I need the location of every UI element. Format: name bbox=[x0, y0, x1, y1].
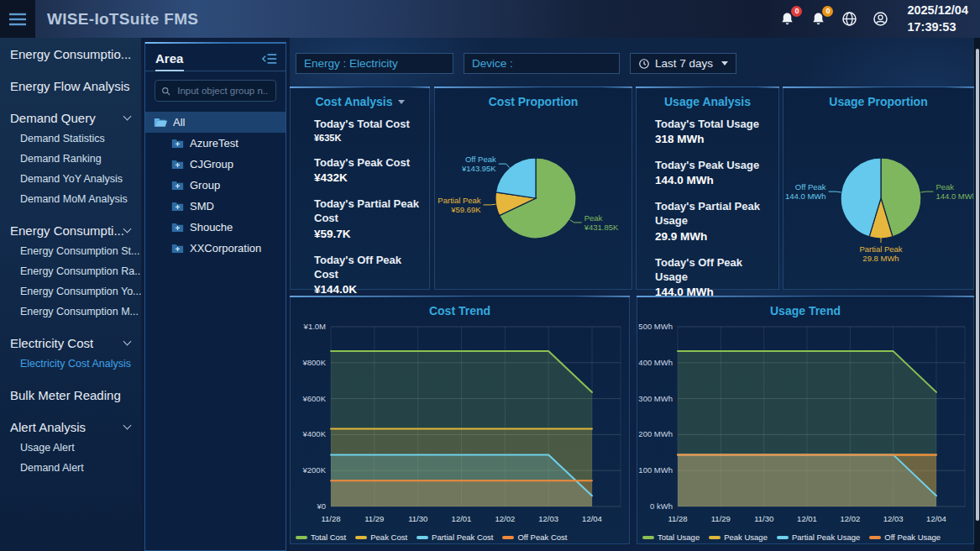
cost-trend-card: Cost Trend ¥0¥200K¥400K¥600K¥800K¥1.0M11… bbox=[290, 296, 630, 544]
tree-item-cjgroup[interactable]: CJGroup bbox=[145, 154, 286, 175]
metric-value: 318 MWh bbox=[655, 133, 768, 145]
cost-analysis-dropdown[interactable]: Cost Analysis bbox=[291, 87, 429, 108]
metric-label: Today's Off Peak Cost bbox=[314, 253, 419, 281]
sidebar-item-energy-consumption-st[interactable]: Energy Consumption St... bbox=[0, 241, 141, 261]
tree-item-group[interactable]: Group bbox=[145, 175, 286, 196]
metric-today-s-partial-peak-usage: Today's Partial Peak Usage29.9 MWh bbox=[655, 199, 768, 242]
y-axis-tick: 400 MWh bbox=[638, 358, 673, 367]
tree-item-smd[interactable]: SMD bbox=[145, 196, 286, 217]
language-button[interactable] bbox=[840, 10, 858, 29]
cost-proportion-title: Cost Proportion bbox=[489, 95, 579, 108]
metric-label: Today's Peak Cost bbox=[314, 155, 419, 170]
legend-marker bbox=[502, 536, 514, 539]
sidebar-item-bulk-meter-reading[interactable]: Bulk Meter Reading bbox=[0, 384, 141, 406]
folder-plus-icon bbox=[171, 223, 184, 233]
vertical-scrollbar bbox=[974, 38, 980, 551]
sidebar-item-energy-flow-analysis[interactable]: Energy Flow Analysis bbox=[0, 75, 141, 97]
legend-item-off-peak-usage[interactable]: Off Peak Usage bbox=[869, 533, 941, 542]
sidebar-item-electricity-cost-analysis[interactable]: Electricity Cost Analysis bbox=[0, 354, 141, 374]
x-axis-tick: 12/04 bbox=[926, 514, 946, 523]
y-axis-tick: 500 MWh bbox=[638, 322, 673, 331]
legend-item-partial-peak-cost[interactable]: Partial Peak Cost bbox=[417, 533, 493, 542]
x-axis-tick: 12/04 bbox=[582, 514, 602, 523]
y-axis-tick: 100 MWh bbox=[638, 465, 673, 475]
tree-item-all[interactable]: All bbox=[145, 112, 286, 133]
pie-label-peak: Peak¥431.85K bbox=[584, 213, 619, 232]
usage-trend-legend: Total UsagePeak UsagePartial Peak UsageO… bbox=[642, 533, 941, 542]
legend-item-peak-cost[interactable]: Peak Cost bbox=[355, 533, 407, 542]
usage-trend-card: Usage Trend 0 kWh100 MWh200 MWh300 MWh40… bbox=[637, 296, 974, 544]
metric-value: 144.0 MWh bbox=[655, 174, 768, 186]
tree-item-xxcorporation[interactable]: XXCorporation bbox=[145, 238, 286, 259]
alert-count-badge: 0 bbox=[791, 6, 802, 17]
sidebar-item-demand-alert[interactable]: Demand Alert bbox=[0, 458, 141, 478]
legend-item-off-peak-cost[interactable]: Off Peak Cost bbox=[502, 533, 567, 542]
usage-analysis-title: Usage Analysis bbox=[664, 95, 751, 108]
usage-analysis-card: Usage Analysis Today's Total Usage318 MW… bbox=[636, 87, 779, 290]
app-title: WISE-IoTSuite FMS bbox=[47, 10, 198, 29]
clock-icon bbox=[638, 58, 650, 70]
pie-label-off-peak: Off Peak144.0 MWh bbox=[785, 182, 826, 201]
legend-item-partial-peak-usage[interactable]: Partial Peak Usage bbox=[777, 533, 860, 542]
caret-down-icon bbox=[721, 61, 728, 66]
sidebar-item-energy-consumption-ra[interactable]: Energy Consumption Ra... bbox=[0, 261, 141, 281]
usage-proportion-title: Usage Proportion bbox=[829, 95, 927, 108]
sidebar-item-demand-ranking[interactable]: Demand Ranking bbox=[0, 149, 141, 169]
energy-filter[interactable]: Energy : Electricity bbox=[296, 53, 453, 74]
y-axis-tick: 200 MWh bbox=[638, 429, 673, 438]
hamburger-menu-button[interactable] bbox=[0, 0, 35, 38]
search-icon bbox=[161, 86, 170, 97]
sidebar-item-electricity-cost[interactable]: Electricity Cost bbox=[0, 332, 141, 354]
sidebar-item-energy-consumptio[interactable]: Energy Consumptio... bbox=[0, 43, 141, 65]
device-filter[interactable]: Device : bbox=[464, 53, 620, 74]
folder-plus-icon bbox=[171, 139, 184, 149]
legend-item-total-usage[interactable]: Total Usage bbox=[642, 533, 700, 542]
sidebar-item-usage-alert[interactable]: Usage Alert bbox=[0, 438, 141, 458]
metric-today-s-partial-peak-cost: Today's Partial Peak Cost¥59.7K bbox=[314, 197, 419, 239]
legend-marker bbox=[869, 536, 881, 539]
tree-item-shouche[interactable]: Shouche bbox=[145, 217, 286, 238]
x-axis-tick: 11/29 bbox=[711, 514, 731, 523]
metric-value: ¥59.7K bbox=[314, 228, 419, 240]
tree-item-label: All bbox=[173, 116, 185, 129]
metric-label: Today's Partial Peak Usage bbox=[655, 199, 768, 228]
notification-bell-button[interactable]: 0 bbox=[809, 10, 827, 29]
nav-sidebar: Energy Consumptio...Energy Flow Analysis… bbox=[0, 38, 141, 551]
main-content: Energy : Electricity Device : Last 7 day… bbox=[290, 38, 980, 551]
sidebar-item-energy-consumption-m[interactable]: Energy Consumption M... bbox=[0, 302, 141, 322]
sidebar-item-alert-analysis[interactable]: Alert Analysis bbox=[0, 416, 141, 438]
metric-value: ¥432K bbox=[314, 171, 419, 184]
scrollbar-thumb[interactable] bbox=[976, 49, 979, 521]
legend-label: Total Cost bbox=[311, 533, 346, 542]
collapse-panel-icon[interactable] bbox=[262, 53, 277, 65]
alert-bell-button[interactable]: 0 bbox=[778, 10, 796, 29]
legend-item-total-cost[interactable]: Total Cost bbox=[296, 533, 346, 542]
device-filter-label: Device : bbox=[472, 57, 513, 70]
sidebar-item-demand-query[interactable]: Demand Query bbox=[0, 107, 141, 129]
globe-icon bbox=[841, 10, 858, 28]
hamburger-menu-icon bbox=[8, 13, 27, 26]
sidebar-item-energy-consumption-yo[interactable]: Energy Consumption Yo... bbox=[0, 281, 141, 302]
tree-item-label: SMD bbox=[190, 200, 214, 213]
chevron-down-icon bbox=[123, 113, 132, 121]
folder-open-icon bbox=[154, 117, 167, 128]
tree-item-label: CJGroup bbox=[190, 158, 233, 171]
sidebar-item-demand-statistics[interactable]: Demand Statistics bbox=[0, 129, 141, 149]
date-range-label: Last 7 days bbox=[655, 57, 713, 70]
metric-today-s-peak-usage: Today's Peak Usage144.0 MWh bbox=[655, 158, 768, 186]
object-group-search bbox=[155, 80, 276, 102]
y-axis-tick: ¥1.0M bbox=[303, 322, 326, 331]
notification-count-badge: 0 bbox=[822, 6, 833, 17]
date-range-filter[interactable]: Last 7 days bbox=[630, 53, 736, 74]
account-button[interactable] bbox=[871, 10, 889, 29]
sidebar-item-demand-yoy-analysis[interactable]: Demand YoY Analysis bbox=[0, 169, 141, 189]
pie-label-peak: Peak144.0 MWh bbox=[935, 182, 973, 201]
sidebar-item-demand-mom-analysis[interactable]: Demand MoM Analysis bbox=[0, 189, 141, 209]
legend-marker bbox=[642, 536, 654, 539]
sidebar-item-energy-consumpti[interactable]: Energy Consumpti... bbox=[0, 219, 141, 241]
x-axis-tick: 11/28 bbox=[321, 514, 340, 523]
cost-analysis-title: Cost Analysis bbox=[315, 95, 392, 108]
search-input[interactable] bbox=[176, 85, 270, 97]
legend-item-peak-usage[interactable]: Peak Usage bbox=[709, 533, 768, 542]
tree-item-azuretest[interactable]: AzureTest bbox=[145, 133, 286, 154]
